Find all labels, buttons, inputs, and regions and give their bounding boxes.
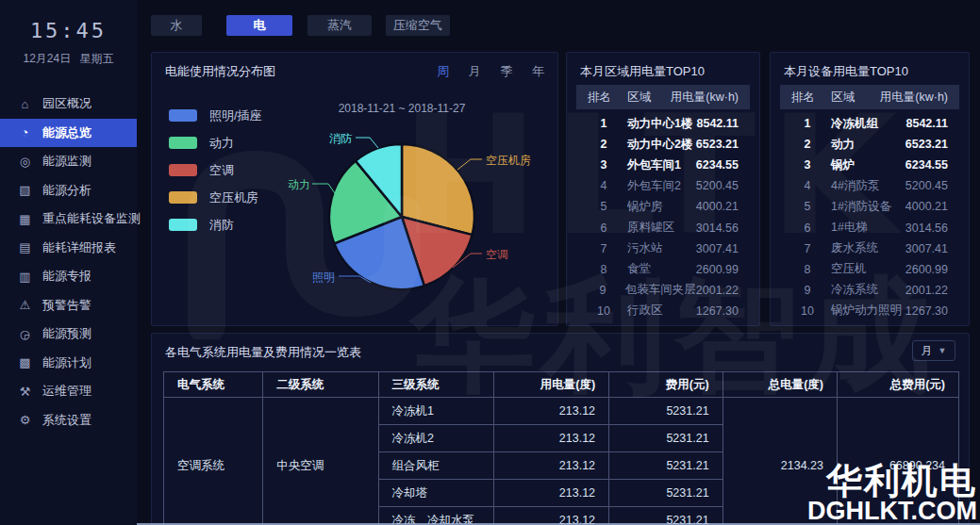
rank-cell: 1	[588, 117, 620, 130]
rank-cell: 3	[588, 158, 620, 172]
energy-cell: 213.12	[493, 425, 608, 452]
value-cell: 6234.55	[905, 158, 948, 172]
region-top10-title: 本月区域用电量TOP10	[580, 63, 705, 80]
name-cell: 原料罐区	[620, 220, 696, 236]
table-row: 4外包车间25200.45	[576, 175, 750, 196]
tab-steam[interactable]: 蒸汽	[307, 15, 372, 36]
region-top10-rows: 1动力中心1楼8542.112动力中心2楼6523.213外包车间16234.5…	[576, 113, 750, 321]
sidebar-item-label: 运维管理	[42, 383, 91, 400]
rank-cell: 10	[791, 304, 823, 318]
rank-cell: 2	[791, 138, 823, 151]
sidebar-menu: ⌂园区概况◔能源总览◎能源监测▧能源分析▦重点能耗设备监测▤能耗详细报表▥能源专…	[0, 90, 137, 435]
system-table-title: 各电气系统用电量及费用情况一览表	[165, 344, 361, 361]
name-cell: 食堂	[620, 261, 696, 277]
region-top10-panel: 本月区域用电量TOP10 排名 区域 用电量(kw·h) 1动力中心1楼8542…	[566, 52, 760, 326]
name-cell: 动力中心2楼	[620, 137, 696, 153]
analysis-chart-icon: ▧	[18, 183, 32, 197]
sidebar-item-8[interactable]: ◶能源预测	[0, 320, 137, 349]
cost-cell: 5231.21	[609, 398, 723, 425]
sidebar-item-3[interactable]: ▧能源分析	[0, 176, 137, 205]
value-cell: 2600.99	[905, 263, 948, 276]
rank-cell: 8	[791, 263, 823, 276]
table-row: 9冷冻系统2001.22	[780, 280, 959, 301]
sidebar-item-0[interactable]: ⌂园区概况	[0, 90, 137, 119]
tab-water[interactable]: 水	[151, 15, 202, 36]
monitor-target-icon: ◎	[18, 155, 32, 169]
value-cell: 1267.30	[696, 304, 739, 318]
name-cell: 锅炉动力照明	[823, 303, 905, 319]
sidebar-item-2[interactable]: ◎能源监测	[0, 147, 137, 176]
rank-cell: 9	[791, 284, 823, 297]
name-cell: 外包车间1	[620, 157, 696, 173]
month-dropdown[interactable]: 月 ▼	[912, 340, 955, 361]
chevron-down-icon: ▼	[938, 346, 947, 355]
column-header: 三级系统	[378, 372, 493, 398]
report-doc-icon: ▤	[18, 240, 32, 254]
total-energy-cell: 2134.23	[723, 398, 837, 525]
table-row: 1动力中心1楼8542.11	[576, 113, 750, 134]
tab-electricity[interactable]: 电	[226, 15, 292, 36]
sidebar-item-4[interactable]: ▦重点能耗设备监测	[0, 205, 137, 234]
home-icon: ⌂	[18, 97, 32, 111]
pie-chart	[152, 53, 559, 327]
value-cell: 6523.21	[696, 138, 739, 151]
sidebar-item-label: 园区概况	[42, 95, 91, 112]
sidebar-item-11[interactable]: ⚙系统设置	[0, 406, 137, 435]
table-row: 7废水系统3007.41	[780, 238, 959, 259]
value-cell: 1267.30	[905, 304, 948, 318]
system-table: 电气系统二级系统三级系统用电量(度)费用(元)总电量(度)总费用(元) 空调系统…	[163, 371, 959, 525]
name-cell: 1#电梯	[823, 220, 905, 236]
name-cell: 动力中心1楼	[620, 116, 697, 132]
sidebar-item-9[interactable]: ▩能源计划	[0, 349, 137, 378]
tertiary-system-cell: 组合风柜	[378, 452, 493, 480]
sidebar-item-6[interactable]: ▥能源专报	[0, 262, 137, 291]
value-cell: 2001.22	[696, 284, 739, 297]
value-cell: 3007.41	[905, 242, 948, 255]
sidebar-item-label: 能源专报	[42, 268, 91, 285]
sidebar-item-label: 能源预测	[42, 325, 91, 342]
sidebar-item-5[interactable]: ▤能耗详细报表	[0, 234, 137, 263]
table-row: 7污水站3007.41	[576, 238, 750, 259]
rank-cell: 9	[588, 284, 618, 297]
tab-compressed-air[interactable]: 压缩空气	[386, 15, 450, 36]
alarm-bell-icon: ⚠	[18, 298, 32, 312]
value-cell: 4000.21	[905, 200, 948, 213]
column-header: 费用(元)	[609, 372, 723, 398]
rank-header: 排名	[791, 90, 823, 106]
system-cell: 空调系统	[164, 398, 263, 525]
sidebar-item-10[interactable]: ⚒运维管理	[0, 377, 137, 406]
name-cell: 动力	[823, 137, 905, 153]
rank-cell: 4	[588, 179, 620, 192]
sidebar-item-label: 能源计划	[42, 354, 91, 371]
sidebar-item-label: 能源分析	[42, 182, 91, 199]
bulletin-doc-icon: ▥	[18, 270, 32, 284]
rank-cell: 5	[588, 200, 620, 213]
table-row: 1冷冻机组8542.11	[780, 113, 959, 134]
column-header: 总费用(元)	[838, 372, 959, 398]
value-cell: 3014.56	[905, 221, 948, 235]
sidebar-item-7[interactable]: ⚠预警告警	[0, 291, 137, 320]
name-cell: 冷冻机组	[823, 116, 906, 132]
name-cell: 冷冻系统	[823, 282, 905, 298]
value-cell: 4000.21	[696, 200, 739, 213]
column-header: 电气系统	[164, 372, 263, 398]
subsystem-cell: 中央空调	[263, 398, 378, 525]
rank-cell: 6	[791, 221, 823, 235]
pie-label-ac: 空调	[486, 247, 508, 263]
table-row: 10行政区1267.30	[576, 301, 750, 321]
rank-cell: 10	[588, 304, 620, 318]
table-row: 9包装车间夹层2001.22	[576, 280, 750, 301]
name-cell: 外包车间2	[620, 178, 696, 194]
cost-cell: 5231.21	[609, 452, 723, 480]
energy-cell: 213.12	[493, 480, 608, 507]
total-cost-cell: 66890.234	[838, 398, 959, 525]
column-header: 二级系统	[263, 372, 378, 398]
sidebar-item-1[interactable]: ◔能源总览	[0, 119, 137, 148]
table-row: 44#消防泵5200.45	[780, 175, 959, 196]
pie-label-fire: 消防	[329, 131, 352, 147]
sidebar-item-label: 能源总览	[42, 124, 91, 141]
table-row: 2动力中心2楼6523.21	[576, 134, 750, 155]
value-cell: 6523.21	[905, 138, 948, 151]
value-cell: 2600.99	[696, 263, 739, 276]
table-row: 2动力6523.21	[780, 134, 959, 155]
